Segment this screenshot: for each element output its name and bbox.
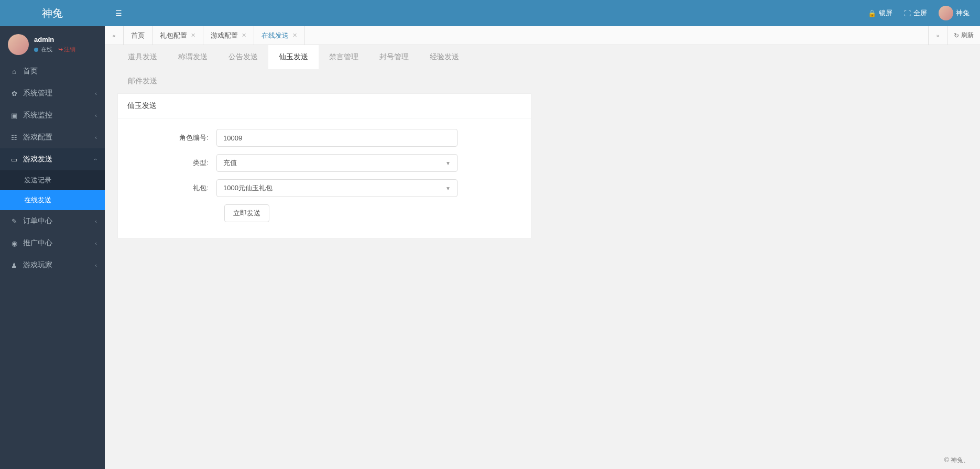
sidebar-submenu-game-send: 发送记录 在线发送 <box>0 170 105 210</box>
sidebar: admin 在线 ↪注销 ⌂ 首页 ✿ 系统管理 ‹ <box>0 26 105 469</box>
header-actions: 🔒 锁屏 ⛶ 全屏 神兔 <box>868 6 980 20</box>
role-id-input[interactable] <box>216 129 458 147</box>
sidebar-label: 系统管理 <box>23 89 52 98</box>
content-area: 道具发送 称谓发送 公告发送 仙玉发送 禁言管理 封号管理 经验发送 邮件发送 … <box>105 45 980 469</box>
form-row-role-id: 角色编号: <box>127 129 521 147</box>
sidebar-nav: ⌂ 首页 ✿ 系统管理 ‹ ▣ 系统监控 ‹ ☷ 游戏配置 ‹ ▭ 游戏发送 ‹ <box>0 60 105 276</box>
inner-tab-mail-send[interactable]: 邮件发送 <box>117 69 168 93</box>
sidebar-user: admin 在线 ↪注销 <box>0 26 105 60</box>
chevron-left-icon: ‹ <box>95 262 97 268</box>
sidebar-label: 游戏玩家 <box>23 260 52 270</box>
inner-tab-ban-manage[interactable]: 封号管理 <box>369 45 419 69</box>
brand-logo[interactable]: 神兔 <box>0 6 105 20</box>
submit-button[interactable]: 立即发送 <box>224 204 269 222</box>
type-select[interactable]: 充值 ▼ <box>216 154 458 172</box>
chevron-down-icon: ‹ <box>93 158 99 160</box>
fullscreen-button[interactable]: ⛶ 全屏 <box>904 8 927 18</box>
inner-tab-item-send[interactable]: 道具发送 <box>117 45 168 69</box>
double-chevron-left-icon: « <box>112 32 115 39</box>
sidebar-label: 系统监控 <box>23 111 52 120</box>
chevron-left-icon: ‹ <box>95 240 97 246</box>
inner-tab-mute-manage[interactable]: 禁言管理 <box>319 45 369 69</box>
card-icon: ▭ <box>9 156 19 163</box>
tab-home[interactable]: 首页 <box>124 26 153 45</box>
eye-icon: ◉ <box>9 239 19 247</box>
gift-select[interactable]: 1000元仙玉礼包 ▼ <box>216 179 458 197</box>
lock-label: 锁屏 <box>879 8 892 18</box>
sidebar-item-sys-manage[interactable]: ✿ 系统管理 ‹ <box>0 82 105 104</box>
sidebar-item-home[interactable]: ⌂ 首页 <box>0 60 105 82</box>
gift-label: 礼包: <box>127 183 216 193</box>
tab-close-icon[interactable]: ✕ <box>242 32 246 39</box>
tab-label: 首页 <box>131 31 145 40</box>
tabs-scroll-right[interactable]: » <box>928 26 947 45</box>
user-icon: ♟ <box>9 261 19 269</box>
double-chevron-right-icon: » <box>936 32 939 39</box>
gift-value: 1000元仙玉礼包 <box>223 183 273 193</box>
form: 角色编号: 类型: 充值 ▼ 礼包: 1000元仙玉礼包 <box>118 118 531 238</box>
tab-label: 游戏配置 <box>211 31 238 40</box>
sidebar-username: admin <box>34 36 75 43</box>
sidebar-item-sys-monitor[interactable]: ▣ 系统监控 ‹ <box>0 104 105 126</box>
chevron-left-icon: ‹ <box>95 134 97 140</box>
sidebar-label: 游戏配置 <box>23 133 52 142</box>
inner-tabs: 道具发送 称谓发送 公告发送 仙玉发送 禁言管理 封号管理 经验发送 邮件发送 <box>105 45 980 93</box>
page-tabs-list: 首页 礼包配置 ✕ 游戏配置 ✕ 在线发送 ✕ <box>124 26 928 45</box>
inner-tab-notice-send[interactable]: 公告发送 <box>218 45 268 69</box>
sidebar-label: 游戏发送 <box>23 155 52 164</box>
fullscreen-label: 全屏 <box>913 8 927 18</box>
tab-online-send[interactable]: 在线发送 ✕ <box>254 26 305 45</box>
refresh-button[interactable]: ↻ 刷新 <box>947 26 980 45</box>
menu-toggle-button[interactable]: ☰ <box>105 9 133 17</box>
refresh-icon: ↻ <box>954 32 959 39</box>
pin-icon: ✎ <box>9 217 19 225</box>
type-label: 类型: <box>127 158 216 168</box>
online-dot-icon <box>34 48 38 52</box>
header-user-button[interactable]: 神兔 <box>939 6 970 20</box>
form-panel: 仙玉发送 角色编号: 类型: 充值 ▼ 礼包: <box>117 93 531 238</box>
tab-close-icon[interactable]: ✕ <box>191 32 195 39</box>
tab-gift-config[interactable]: 礼包配置 ✕ <box>153 26 203 45</box>
sidebar-item-game-send[interactable]: ▭ 游戏发送 ‹ <box>0 148 105 170</box>
footer-copyright: © 神兔、 <box>944 456 970 465</box>
sidebar-label: 推广中心 <box>23 238 52 248</box>
panel-title: 仙玉发送 <box>118 94 531 118</box>
tab-close-icon[interactable]: ✕ <box>292 32 297 39</box>
top-header: 神兔 ☰ 🔒 锁屏 ⛶ 全屏 神兔 <box>0 0 980 26</box>
sidebar-item-promo-center[interactable]: ◉ 推广中心 ‹ <box>0 232 105 254</box>
expand-icon: ⛶ <box>904 9 911 17</box>
sidebar-item-order-center[interactable]: ✎ 订单中心 ‹ <box>0 210 105 232</box>
chevron-left-icon: ‹ <box>95 112 97 118</box>
page-tabs-bar: « 首页 礼包配置 ✕ 游戏配置 ✕ 在线发送 ✕ <box>105 26 980 45</box>
sidebar-subitem-send-record[interactable]: 发送记录 <box>0 170 105 190</box>
caret-down-icon: ▼ <box>445 160 451 166</box>
sidebar-item-game-config[interactable]: ☷ 游戏配置 ‹ <box>0 126 105 148</box>
camera-icon: ▣ <box>9 112 19 119</box>
inner-tab-exp-send[interactable]: 经验发送 <box>419 45 470 69</box>
role-id-label: 角色编号: <box>127 133 216 143</box>
tab-game-config[interactable]: 游戏配置 ✕ <box>203 26 254 45</box>
tabs-scroll-left[interactable]: « <box>105 26 124 45</box>
lock-screen-button[interactable]: 🔒 锁屏 <box>868 8 892 18</box>
lock-icon: 🔒 <box>868 9 876 17</box>
header-username: 神兔 <box>956 8 970 18</box>
sidebar-label: 首页 <box>23 67 38 76</box>
avatar-icon <box>8 34 29 55</box>
tab-label: 在线发送 <box>262 31 289 40</box>
inner-tab-title-send[interactable]: 称谓发送 <box>168 45 218 69</box>
signout-icon: ↪ <box>58 46 63 52</box>
caret-down-icon: ▼ <box>445 186 451 191</box>
avatar-icon <box>939 6 953 20</box>
sidebar-status: 在线 ↪注销 <box>34 46 75 53</box>
inner-tab-xianyu-send[interactable]: 仙玉发送 <box>268 45 319 69</box>
dashboard-icon: ☷ <box>9 134 19 141</box>
chevron-left-icon: ‹ <box>95 218 97 224</box>
sidebar-subitem-online-send[interactable]: 在线发送 <box>0 190 105 210</box>
logout-link[interactable]: ↪注销 <box>58 46 75 52</box>
chevron-left-icon: ‹ <box>95 90 97 96</box>
refresh-label: 刷新 <box>961 31 974 40</box>
type-value: 充值 <box>223 158 237 168</box>
gear-icon: ✿ <box>9 90 19 97</box>
sidebar-item-game-player[interactable]: ♟ 游戏玩家 ‹ <box>0 254 105 276</box>
home-icon: ⌂ <box>9 68 19 75</box>
